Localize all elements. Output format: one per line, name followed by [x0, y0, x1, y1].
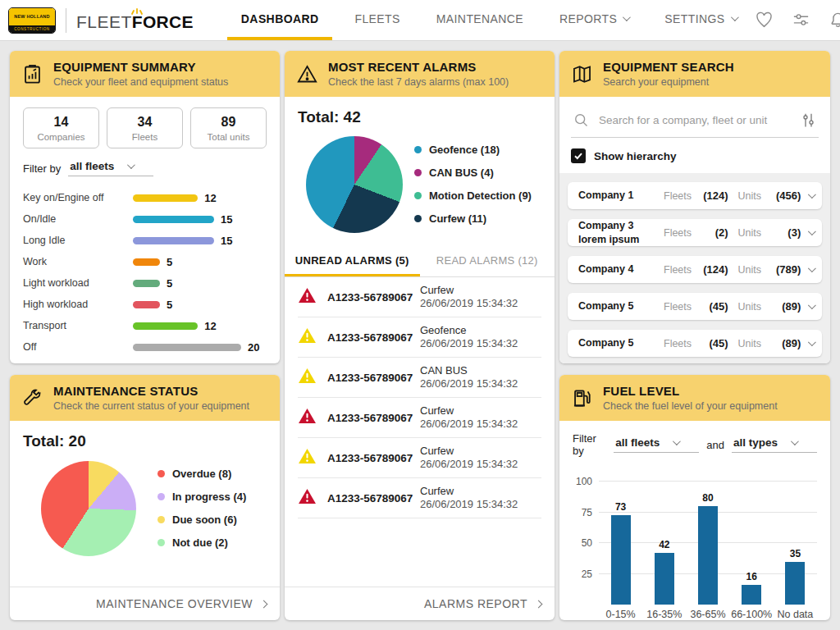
alarms-pie-row: Geofence (18)CAN BUS (4)Motion Detection…: [285, 126, 555, 235]
search-input[interactable]: [599, 114, 791, 126]
favorites-heart-icon[interactable]: [755, 11, 774, 30]
alarm-details: Curfew26/06/2019 15:34:32: [420, 445, 541, 472]
sliders-icon[interactable]: [792, 11, 811, 30]
alarm-id: A1233-56789067: [327, 291, 420, 304]
company-row[interactable]: Company 5Fleets(45)Units(89): [568, 293, 822, 320]
bar-value-label: 42: [659, 539, 669, 550]
status-bar-fill: [133, 237, 214, 244]
alarm-type: Curfew: [420, 485, 541, 498]
notifications-bell-icon[interactable]: 3: [829, 11, 840, 30]
alarm-row[interactable]: A1233-56789067Curfew26/06/2019 15:34:32: [298, 478, 541, 518]
fuel-bar: [611, 515, 631, 605]
maintenance-legend: Overdue (8)In progress (4)Due soon (6)No…: [158, 457, 246, 559]
fleets-label: Fleets: [664, 264, 695, 276]
status-bar-row: Off20: [23, 336, 267, 358]
panel-subtitle: Check the fuel level of your equipment: [603, 400, 778, 412]
status-bar-fill: [133, 194, 198, 202]
status-bar-row: Work5: [23, 251, 267, 272]
maintenance-pie-chart: [41, 461, 136, 556]
stat-value: 14: [25, 115, 97, 130]
status-bar-row: Transport12: [23, 315, 267, 336]
nav-item-label: DASHBOARD: [241, 12, 319, 25]
fleets-count: (124): [695, 263, 728, 276]
nav-item-settings[interactable]: SETTINGS: [651, 0, 750, 40]
legend-item: Geofence (18): [414, 144, 532, 156]
legend-dot: [414, 146, 422, 153]
maintenance-total: Total: 20: [10, 421, 280, 450]
alarm-id: A1233-56789067: [327, 492, 420, 504]
alarm-row[interactable]: A1233-56789067Geofence26/06/2019 15:34:3…: [298, 317, 541, 358]
x-tick-label: 0-15%: [599, 609, 642, 620]
alarm-high-triangle-icon: [298, 408, 317, 427]
legend-item: Motion Detection (9): [414, 189, 532, 202]
alarm-row[interactable]: A1233-56789067CAN BUS26/06/2019 15:34:32: [298, 358, 541, 398]
legend-label: CAN BUS (4): [429, 167, 494, 179]
tab-read-alarms[interactable]: READ ALARMS (12): [420, 245, 555, 276]
main-menu: DASHBOARDFLEETSMAINTENANCEREPORTSSETTING…: [223, 0, 755, 40]
maintenance-status-header: MAINTENANCE STATUS Check the current sta…: [10, 375, 280, 421]
legend-item: Overdue (8): [158, 468, 246, 480]
footer-link-label: MAINTENANCE OVERVIEW: [96, 597, 253, 610]
panel-title: MOST RECENT ALARMS: [328, 60, 509, 74]
most-recent-alarms-card: MOST RECENT ALARMS Check the last 7 days…: [285, 51, 555, 620]
alarm-high-triangle-icon: [298, 488, 317, 508]
legend-dot: [414, 169, 422, 176]
filter-label: Filter by: [573, 432, 606, 457]
chevron-down-icon: [127, 161, 135, 169]
legend-label: In progress (4): [172, 491, 246, 503]
new-holland-logo: NEW HOLLAND CONSTRUCTION: [8, 7, 56, 34]
new-holland-logo-subtext: CONSTRUCTION: [9, 25, 55, 33]
alarm-row[interactable]: A1233-56789067Curfew26/06/2019 15:34:32: [298, 277, 541, 317]
alarm-details: CAN BUS26/06/2019 15:34:32: [420, 364, 541, 391]
nav-item-fleets[interactable]: FLEETS: [340, 0, 413, 40]
top-navigation-bar: NEW HOLLAND CONSTRUCTION FLEETFORCE DASH…: [0, 0, 840, 41]
status-value: 20: [248, 341, 259, 354]
status-label: Long Idle: [23, 235, 133, 246]
status-value: 5: [167, 256, 172, 268]
legend-item: Curfew (11): [414, 212, 532, 225]
company-row[interactable]: Company 3 lorem ipsumFleets(2)Units(3): [568, 219, 822, 246]
company-name: Company 5: [578, 299, 664, 313]
equipment-status-bar-chart: Key on/Engine off12On/Idle15Long Idle15W…: [23, 187, 267, 358]
alarm-warning-triangle-icon: [298, 448, 317, 468]
nav-item-label: MAINTENANCE: [436, 12, 523, 25]
check-icon: [573, 151, 583, 161]
filter-conjunction: and: [706, 439, 724, 451]
x-tick-label: 66-100%: [730, 609, 774, 620]
tab-unread-alarms[interactable]: UNREAD ALARMS (5): [285, 245, 420, 276]
nav-item-maintenance[interactable]: MAINTENANCE: [422, 0, 537, 40]
chevron-right-icon: [535, 600, 543, 608]
chevron-down-icon: [808, 301, 816, 309]
alarms-report-link[interactable]: ALARMS REPORT: [285, 587, 555, 620]
nav-item-dashboard[interactable]: DASHBOARD: [227, 0, 333, 40]
fleets-label: Fleets: [664, 227, 695, 239]
equipment-summary-body: 14 Companies 34 Fleets 89 Total units Fi…: [10, 97, 280, 358]
nav-item-label: SETTINGS: [664, 12, 724, 25]
units-count: (89): [766, 300, 801, 313]
fleetforce-logo-force: FORCE: [132, 12, 194, 31]
nav-item-reports[interactable]: REPORTS: [546, 0, 642, 40]
alarm-row[interactable]: A1233-56789067Curfew26/06/2019 15:34:32: [298, 438, 541, 478]
legend-dot: [158, 493, 165, 500]
y-tick-label: 25: [582, 568, 592, 580]
alarm-details: Curfew26/06/2019 15:34:32: [420, 404, 541, 431]
fleet-filter-dropdown[interactable]: all fleets: [68, 160, 153, 176]
maintenance-overview-link[interactable]: MAINTENANCE OVERVIEW: [10, 587, 280, 620]
toolbar-icons: 3 ?: [755, 0, 840, 40]
show-hierarchy-checkbox[interactable]: [571, 148, 586, 163]
alarm-row[interactable]: A1233-56789067Curfew26/06/2019 15:34:32: [298, 398, 541, 438]
status-bar-fill: [133, 322, 198, 330]
filter-sliders-icon[interactable]: [800, 112, 817, 129]
equipment-summary-header: EQUIPMENT SUMMARY Check your fleet and e…: [10, 51, 280, 97]
company-row[interactable]: Company 5Fleets(45)Units(89): [568, 330, 822, 357]
alarms-pie-chart: [306, 136, 403, 233]
alarm-tabs: UNREAD ALARMS (5)READ ALARMS (12): [285, 245, 555, 277]
status-label: Work: [23, 256, 133, 267]
alarm-type: CAN BUS: [420, 364, 541, 377]
equipment-summary-card: EQUIPMENT SUMMARY Check your fleet and e…: [10, 51, 280, 363]
company-row[interactable]: Company 1Fleets(124)Units(456): [568, 182, 822, 209]
fuel-fleet-dropdown[interactable]: all fleets: [614, 436, 699, 453]
fuel-type-dropdown[interactable]: all types: [732, 436, 817, 453]
alarm-details: Curfew26/06/2019 15:34:32: [420, 284, 541, 311]
company-row[interactable]: Company 4Fleets(124)Units(789): [568, 256, 822, 283]
